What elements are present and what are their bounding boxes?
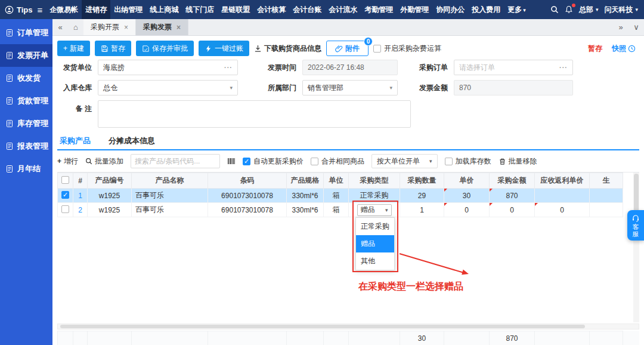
draft-button[interactable]: 暂存: [95, 41, 131, 56]
unit-mode-select[interactable]: 按大单位开单 ▾: [371, 154, 438, 168]
sidebar-item-report-mgmt[interactable]: 报表管理: [0, 135, 52, 158]
barcode-icon[interactable]: [227, 157, 236, 165]
purchase-type-select[interactable]: 赠品 ▾: [357, 204, 392, 216]
department-select[interactable]: 销售管理部 ▾: [302, 80, 398, 96]
ellipsis-icon[interactable]: ···: [224, 64, 233, 71]
invoice-amount-field[interactable]: 870: [454, 80, 573, 96]
checkbox-icon[interactable]: [445, 158, 453, 165]
hamburger-menu-icon[interactable]: ≡: [38, 5, 43, 15]
topnav-item[interactable]: 协同办公: [432, 0, 468, 19]
qty-cell[interactable]: 29: [400, 189, 444, 203]
tab-cost-allocation[interactable]: 分摊成本信息: [106, 133, 157, 149]
collapse-tabs-icon[interactable]: «: [52, 19, 68, 35]
horizontal-scrollbar[interactable]: [57, 324, 639, 329]
load-stock-checkbox[interactable]: 加载库存数: [445, 156, 491, 167]
sidebar-item-month-year-end[interactable]: 月年结: [0, 158, 52, 180]
purchase-type-cell[interactable]: 正常采购: [349, 189, 400, 203]
topnav-item[interactable]: 进销存: [82, 0, 110, 19]
topnav-item[interactable]: 考勤管理: [361, 0, 397, 19]
expand-tabs-icon[interactable]: »: [613, 19, 628, 35]
ellipsis-icon[interactable]: ···: [559, 64, 568, 71]
sidebar-item-inventory-mgmt[interactable]: 库存管理: [0, 112, 52, 135]
snapshot-button[interactable]: 快照: [612, 44, 636, 54]
download-goods-link[interactable]: 下载购货商品信息: [254, 44, 321, 54]
scrollbar-thumb[interactable]: [634, 174, 639, 212]
product-code-cell[interactable]: w1925: [88, 189, 132, 203]
attachment-button[interactable]: 附件 0: [326, 41, 369, 56]
dropdown-option-selected[interactable]: 赠品: [356, 235, 394, 252]
close-icon[interactable]: ×: [124, 23, 128, 32]
close-icon[interactable]: ×: [177, 23, 181, 32]
product-search-input[interactable]: [131, 154, 220, 168]
topnav-item[interactable]: 外勤管理: [397, 0, 432, 19]
price-cell[interactable]: 0: [444, 203, 490, 217]
sidebar-item-payment-mgmt[interactable]: 货款管理: [0, 90, 52, 112]
post-button[interactable]: 一键过账: [199, 41, 249, 56]
tab-purchase-invoicing[interactable]: 采购开票 ×: [83, 19, 136, 35]
rebate-price-cell[interactable]: [535, 189, 590, 203]
checkbox-icon[interactable]: [61, 176, 69, 184]
checkbox-icon[interactable]: [311, 158, 318, 165]
misc-fee-checkbox[interactable]: 开启采购杂费运算: [373, 44, 441, 54]
company-switcher[interactable]: 问天科技▾: [604, 5, 638, 15]
spec-cell[interactable]: 330ml*6: [287, 203, 324, 217]
shipper-field[interactable]: 海底捞 ···: [98, 60, 238, 75]
notification-bell-icon[interactable]: [565, 5, 573, 14]
barcode-cell[interactable]: 6901073010078: [208, 203, 287, 217]
amount-cell[interactable]: 0: [490, 203, 535, 217]
home-icon[interactable]: ⌂: [68, 19, 83, 35]
spec-cell[interactable]: 330ml*6: [287, 189, 324, 203]
topnav-item[interactable]: 出纳管理: [110, 0, 146, 19]
sidebar-item-invoice[interactable]: 发票开单: [0, 44, 52, 67]
warehouse-select[interactable]: 总仓 ▾: [98, 80, 238, 96]
tab-list-icon[interactable]: ∨: [628, 19, 644, 35]
table-row[interactable]: 2 w1925 百事可乐 6901073010078 330ml*6 箱 赠品 …: [58, 203, 623, 217]
tab-purchase-products[interactable]: 采购产品: [57, 133, 93, 149]
row-checkbox[interactable]: [61, 191, 69, 199]
table-row[interactable]: 1 w1925 百事可乐 6901073010078 330ml*6 箱 正常采…: [58, 189, 623, 203]
topnav-item[interactable]: 会计台账: [289, 0, 325, 19]
barcode-cell[interactable]: 6901073010078: [208, 189, 287, 203]
save-approve-button[interactable]: 保存并审批: [136, 41, 194, 56]
product-name-cell[interactable]: 百事可乐: [132, 189, 208, 203]
row-checkbox[interactable]: [61, 205, 69, 213]
price-cell[interactable]: 30: [444, 189, 490, 203]
tab-purchase-invoice[interactable]: 采购发票 ×: [136, 19, 188, 35]
scrollbar-thumb[interactable]: [60, 325, 585, 328]
topnav-item[interactable]: 线上商城: [146, 0, 182, 19]
search-icon[interactable]: [550, 5, 559, 14]
new-button[interactable]: + 新建: [57, 41, 90, 56]
customer-service-button[interactable]: 客服: [627, 210, 644, 241]
unit-cell[interactable]: 箱: [324, 189, 349, 203]
auto-update-price-checkbox[interactable]: 自动更新采购价: [243, 156, 304, 167]
dropdown-option[interactable]: 正常采购: [356, 218, 394, 235]
invoice-time-field[interactable]: 2022-06-27 16:48: [302, 60, 398, 75]
draft-status-text[interactable]: 暂存: [588, 44, 602, 54]
org-switcher[interactable]: 总部▾: [579, 5, 599, 15]
vertical-scrollbar[interactable]: [633, 172, 639, 322]
topnav-item[interactable]: 企微易帐: [46, 0, 82, 19]
batch-remove-button[interactable]: 批量移除: [499, 156, 537, 167]
topnav-item[interactable]: 星链联盟: [218, 0, 253, 19]
purchase-order-field[interactable]: 请选择订单 ···: [454, 60, 573, 75]
select-all-checkbox[interactable]: [58, 173, 73, 189]
topnav-item[interactable]: 线下门店: [182, 0, 218, 19]
rebate-price-cell[interactable]: 0: [535, 203, 590, 217]
dropdown-option[interactable]: 其他: [356, 252, 394, 270]
qty-cell[interactable]: 1: [400, 203, 444, 217]
product-name-cell[interactable]: 百事可乐: [132, 203, 208, 217]
app-logo[interactable]: Tips: [5, 5, 33, 14]
product-code-cell[interactable]: w1925: [88, 203, 132, 217]
sidebar-item-receiving[interactable]: 收发货: [0, 67, 52, 90]
batch-add-button[interactable]: 批量添加: [85, 156, 123, 167]
checkbox-icon[interactable]: [243, 158, 250, 165]
merge-same-checkbox[interactable]: 合并相同商品: [311, 156, 364, 167]
topnav-item[interactable]: 投入费用: [468, 0, 504, 19]
add-row-button[interactable]: + 增行: [57, 156, 78, 167]
topnav-item[interactable]: 会计核算: [253, 0, 289, 19]
sidebar-item-order-mgmt[interactable]: 订单管理: [0, 21, 52, 44]
amount-cell[interactable]: 870: [490, 189, 535, 203]
topnav-item-more[interactable]: 更多▾: [504, 0, 530, 19]
topnav-item[interactable]: 会计流水: [325, 0, 361, 19]
unit-cell[interactable]: 箱: [324, 203, 349, 217]
